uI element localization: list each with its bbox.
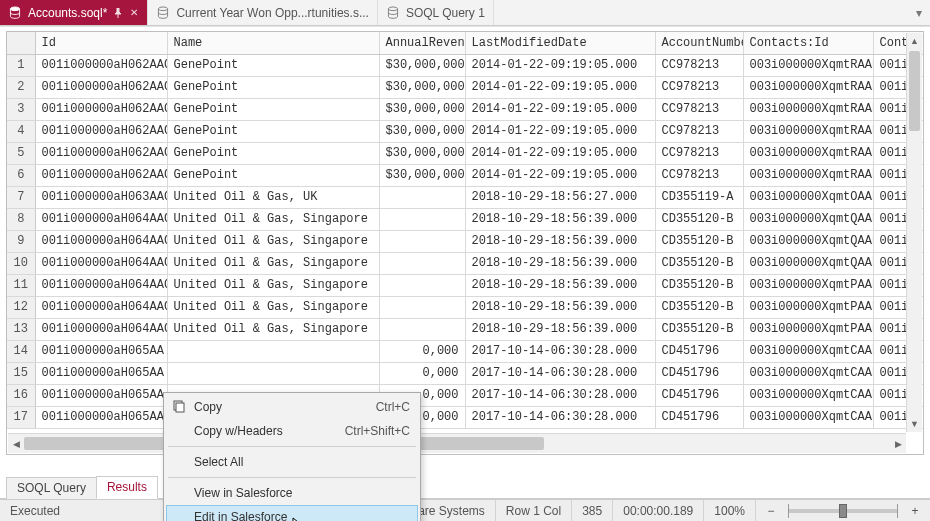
table-row[interactable]: 14001i000000aH065AA0,0002017-10-14-06:30… xyxy=(7,340,924,362)
col-lastmod[interactable]: LastModifiedDate xyxy=(465,32,655,54)
row-header[interactable]: 4 xyxy=(7,120,35,142)
scroll-thumb[interactable] xyxy=(909,51,920,131)
table-row[interactable]: 12001i000000aH064AACUnited Oil & Gas, Si… xyxy=(7,296,924,318)
cell-id[interactable]: 001i000000aH062AAC xyxy=(35,142,167,164)
cell-acctnum[interactable]: CC978213 xyxy=(655,120,743,142)
cell-acctnum[interactable]: CD355120-B xyxy=(655,208,743,230)
cell-contactsid[interactable]: 003i000000XqmtPAAR xyxy=(743,296,873,318)
cell-name[interactable]: GenePoint xyxy=(167,164,379,186)
table-row[interactable]: 4001i000000aH062AACGenePoint$30,000,0002… xyxy=(7,120,924,142)
cell-contactsid[interactable]: 003i000000XqmtOAAR xyxy=(743,186,873,208)
zoom-slider-track[interactable] xyxy=(788,509,898,513)
cell-acctnum[interactable]: CD355120-B xyxy=(655,318,743,340)
cell-contactsid[interactable]: 003i000000XqmtPAAR xyxy=(743,274,873,296)
cell-id[interactable]: 001i000000aH062AAC xyxy=(35,120,167,142)
cell-contactsid[interactable]: 003i000000XqmtRAAR xyxy=(743,164,873,186)
cell-id[interactable]: 001i000000aH065AA xyxy=(35,340,167,362)
cell-name[interactable]: GenePoint xyxy=(167,120,379,142)
cell-name[interactable]: GenePoint xyxy=(167,54,379,76)
table-row[interactable]: 17001i000000aH065AA0,0002017-10-14-06:30… xyxy=(7,406,924,428)
cell-contactsid[interactable]: 003i000000XqmtQAAR xyxy=(743,252,873,274)
cell-contactsid[interactable]: 003i000000XqmtRAAR xyxy=(743,120,873,142)
row-header[interactable]: 17 xyxy=(7,406,35,428)
cell-revenue[interactable]: $30,000,000 xyxy=(379,142,465,164)
menu-edit-salesforce[interactable]: Edit in Salesforce xyxy=(166,505,418,521)
cell-name[interactable]: GenePoint xyxy=(167,98,379,120)
tab-overflow-button[interactable]: ▾ xyxy=(908,0,930,25)
cell-acctnum[interactable]: CC978213 xyxy=(655,54,743,76)
row-header[interactable]: 5 xyxy=(7,142,35,164)
cell-contactsid[interactable]: 003i000000XqmtRAAR xyxy=(743,76,873,98)
row-header[interactable]: 9 xyxy=(7,230,35,252)
vertical-scrollbar[interactable]: ▲ ▼ xyxy=(906,33,922,432)
row-header[interactable]: 13 xyxy=(7,318,35,340)
cell-acctnum[interactable]: CD451796 xyxy=(655,384,743,406)
cell-contactsid[interactable]: 003i000000XqmtCAAR xyxy=(743,406,873,428)
cell-lastmod[interactable]: 2014-01-22-09:19:05.000 xyxy=(465,54,655,76)
cell-revenue[interactable]: 0,000 xyxy=(379,362,465,384)
tab-soql-query-1[interactable]: SOQL Query 1 xyxy=(378,0,494,25)
cell-lastmod[interactable]: 2018-10-29-18:56:39.000 xyxy=(465,230,655,252)
cell-name[interactable]: United Oil & Gas, Singapore xyxy=(167,230,379,252)
cell-id[interactable]: 001i000000aH064AAC xyxy=(35,230,167,252)
close-icon[interactable]: ✕ xyxy=(129,8,139,18)
cell-lastmod[interactable]: 2014-01-22-09:19:05.000 xyxy=(465,98,655,120)
cell-revenue[interactable]: $30,000,000 xyxy=(379,98,465,120)
table-row[interactable]: 8001i000000aH064AACUnited Oil & Gas, Sin… xyxy=(7,208,924,230)
cell-revenue[interactable] xyxy=(379,186,465,208)
tab-soql-query[interactable]: SOQL Query xyxy=(6,477,97,499)
table-row[interactable]: 7001i000000aH063AACUnited Oil & Gas, UK2… xyxy=(7,186,924,208)
cell-name[interactable] xyxy=(167,362,379,384)
cell-id[interactable]: 001i000000aH064AAC xyxy=(35,208,167,230)
cell-name[interactable]: GenePoint xyxy=(167,76,379,98)
row-header[interactable]: 15 xyxy=(7,362,35,384)
row-header[interactable]: 8 xyxy=(7,208,35,230)
horizontal-scrollbar[interactable]: ◀ ▶ xyxy=(8,433,906,453)
cell-id[interactable]: 001i000000aH062AAC xyxy=(35,76,167,98)
cell-lastmod[interactable]: 2014-01-22-09:19:05.000 xyxy=(465,120,655,142)
cell-name[interactable]: United Oil & Gas, Singapore xyxy=(167,318,379,340)
scroll-right-icon[interactable]: ▶ xyxy=(890,439,906,449)
status-zoom-pct[interactable]: 100% xyxy=(704,500,756,521)
cell-acctnum[interactable]: CD451796 xyxy=(655,362,743,384)
table-row[interactable]: 9001i000000aH064AACUnited Oil & Gas, Sin… xyxy=(7,230,924,252)
cell-revenue[interactable]: $30,000,000 xyxy=(379,76,465,98)
row-header[interactable]: 16 xyxy=(7,384,35,406)
status-zoom-slider[interactable]: − + xyxy=(756,500,930,521)
table-row[interactable]: 3001i000000aH062AACGenePoint$30,000,0002… xyxy=(7,98,924,120)
cell-name[interactable]: GenePoint xyxy=(167,142,379,164)
cell-acctnum[interactable]: CD355119-A xyxy=(655,186,743,208)
scroll-up-icon[interactable]: ▲ xyxy=(907,33,922,49)
cell-lastmod[interactable]: 2017-10-14-06:30:28.000 xyxy=(465,406,655,428)
cell-name[interactable]: United Oil & Gas, Singapore xyxy=(167,252,379,274)
table-row[interactable]: 13001i000000aH064AACUnited Oil & Gas, Si… xyxy=(7,318,924,340)
cell-lastmod[interactable]: 2017-10-14-06:30:28.000 xyxy=(465,362,655,384)
cell-contactsid[interactable]: 003i000000XqmtQAAR xyxy=(743,230,873,252)
cell-acctnum[interactable]: CC978213 xyxy=(655,76,743,98)
row-header[interactable]: 12 xyxy=(7,296,35,318)
cell-lastmod[interactable]: 2018-10-29-18:56:39.000 xyxy=(465,274,655,296)
cell-acctnum[interactable]: CC978213 xyxy=(655,164,743,186)
col-name[interactable]: Name xyxy=(167,32,379,54)
cell-lastmod[interactable]: 2018-10-29-18:56:39.000 xyxy=(465,296,655,318)
cell-contactsid[interactable]: 003i000000XqmtCAAR xyxy=(743,340,873,362)
cell-name[interactable]: United Oil & Gas, Singapore xyxy=(167,274,379,296)
cell-id[interactable]: 001i000000aH065AA xyxy=(35,406,167,428)
menu-copy-headers[interactable]: Copy w/Headers Ctrl+Shift+C xyxy=(166,419,418,443)
cell-id[interactable]: 001i000000aH063AAC xyxy=(35,186,167,208)
row-header[interactable]: 10 xyxy=(7,252,35,274)
cell-lastmod[interactable]: 2017-10-14-06:30:28.000 xyxy=(465,340,655,362)
scroll-down-icon[interactable]: ▼ xyxy=(907,416,922,432)
cell-revenue[interactable]: $30,000,000 xyxy=(379,120,465,142)
col-revenue[interactable]: AnnualRevenue xyxy=(379,32,465,54)
cell-revenue[interactable] xyxy=(379,274,465,296)
cell-revenue[interactable] xyxy=(379,318,465,340)
cell-name[interactable]: United Oil & Gas, UK xyxy=(167,186,379,208)
cell-contactsid[interactable]: 003i000000XqmtCAAR xyxy=(743,384,873,406)
tab-current-year-won-opps[interactable]: Current Year Won Opp...rtunities.s... xyxy=(148,0,378,25)
row-header[interactable]: 1 xyxy=(7,54,35,76)
cell-id[interactable]: 001i000000aH064AAC xyxy=(35,318,167,340)
cell-contactsid[interactable]: 003i000000XqmtCAAR xyxy=(743,362,873,384)
cell-acctnum[interactable]: CD451796 xyxy=(655,406,743,428)
cell-contactsid[interactable]: 003i000000XqmtRAAR xyxy=(743,54,873,76)
